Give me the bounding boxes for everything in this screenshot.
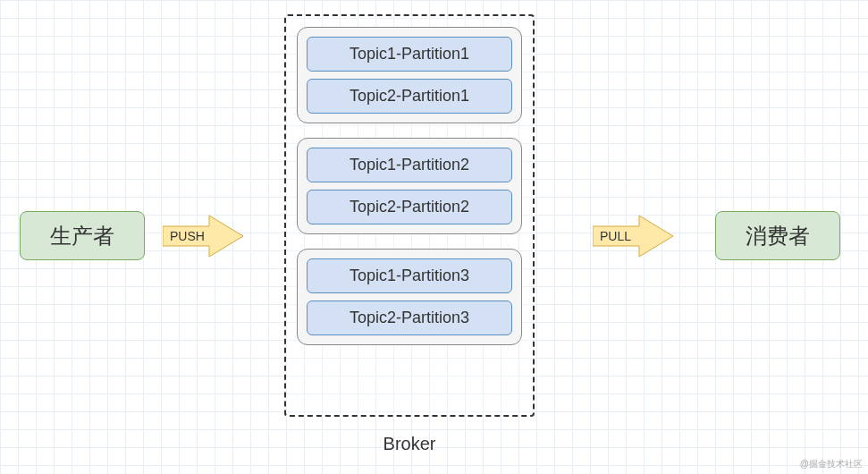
watermark-text: @掘金技术社区: [800, 458, 863, 470]
partition-group: Topic1-Partition1 Topic2-Partition1: [297, 27, 522, 123]
topic-partition: Topic1-Partition1: [307, 37, 512, 72]
consumer-label: 消费者: [746, 222, 810, 250]
broker-container: Topic1-Partition1 Topic2-Partition1 Topi…: [284, 14, 535, 417]
topic-partition: Topic1-Partition3: [307, 258, 512, 293]
pull-arrow-label: PULL: [600, 229, 631, 243]
topic-partition: Topic1-Partition2: [307, 148, 512, 182]
partition-group: Topic1-Partition2 Topic2-Partition2: [297, 138, 522, 234]
consumer-node: 消费者: [715, 211, 840, 260]
broker-label: Broker: [284, 434, 535, 454]
push-arrow-label: PUSH: [170, 229, 205, 243]
topic-partition: Topic2-Partition3: [307, 300, 512, 335]
pull-arrow: PULL: [593, 214, 675, 258]
producer-node: 生产者: [20, 211, 145, 260]
partition-group: Topic1-Partition3 Topic2-Partition3: [297, 249, 522, 345]
producer-label: 生产者: [50, 222, 114, 250]
topic-partition: Topic2-Partition2: [307, 190, 512, 224]
topic-partition: Topic2-Partition1: [307, 79, 512, 114]
push-arrow: PUSH: [163, 214, 245, 258]
